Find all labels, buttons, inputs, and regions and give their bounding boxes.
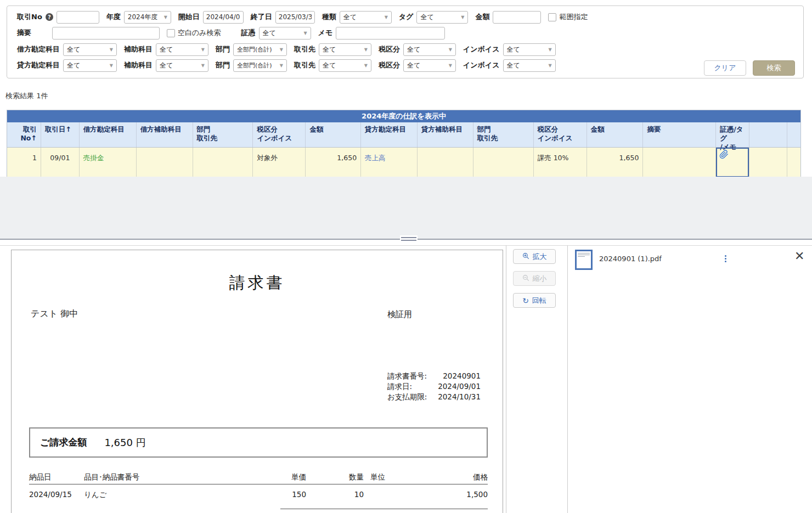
credit-sub-label: 補助科目: [124, 60, 153, 70]
search-form-row-credit: 貸方勘定科目 全て ▼ 補助科目 全て ▼ 部門 全部門(合計) ▼ 取引先 全…: [17, 59, 563, 72]
range-checkbox-label: 範囲指定: [559, 12, 588, 22]
col-header-evidence: 証憑/タグ /メモ: [716, 122, 749, 147]
credit-dept-select[interactable]: 全部門(合計) ▼: [233, 59, 287, 72]
invoice-preview[interactable]: 請求書 テスト 御中 検証用 請求書番号: 20240901 請求日: 2024…: [11, 250, 503, 513]
debit-invoice-select[interactable]: 全て ▼: [503, 43, 556, 56]
splitter-handle[interactable]: [400, 235, 418, 243]
debit-sub-group: 補助科目 全て ▼: [124, 43, 208, 56]
txn-no-input[interactable]: [57, 11, 99, 24]
rotate-icon: ↻: [522, 297, 529, 305]
invoice-issuer: 検証用: [387, 309, 412, 320]
col-header-debit-amount: 金額: [306, 122, 361, 147]
debit-account-select[interactable]: 全て ▼: [63, 43, 117, 56]
chevron-down-icon: ▼: [449, 47, 452, 52]
cell-credit-account: 売上高: [361, 148, 418, 177]
txn-no-label: 取引No: [17, 12, 42, 22]
cell-summary: [643, 148, 716, 177]
credit-sub-select[interactable]: 全て ▼: [156, 59, 208, 72]
help-icon[interactable]: ?: [46, 13, 53, 21]
credit-dept-label: 部門: [216, 60, 230, 70]
type-value: 全て: [343, 13, 357, 22]
debit-dept-select[interactable]: 全部門(合計) ▼: [233, 43, 287, 56]
chevron-down-icon: ▼: [449, 63, 452, 68]
credit-tax-select[interactable]: 全て ▼: [403, 59, 456, 72]
type-label: 種類: [322, 12, 336, 22]
evidence-group: 証憑 全て ▼: [241, 27, 311, 40]
col-header-credit-account: 貸方勘定科目: [361, 122, 418, 147]
range-checkbox[interactable]: [548, 13, 556, 21]
debit-partner-select[interactable]: 全て ▼: [319, 43, 371, 56]
rotate-label: 回転: [532, 296, 546, 306]
tag-value: 全て: [420, 13, 433, 22]
credit-dept-value: 全部門(合計): [237, 61, 272, 70]
chevron-down-icon: ▼: [164, 15, 167, 20]
item-header-qty: 数量: [306, 472, 364, 482]
debit-tax-select[interactable]: 全て ▼: [403, 43, 456, 56]
evidence-select[interactable]: 全て ▼: [259, 27, 311, 40]
content-gap: [0, 177, 812, 239]
invoice-number-row: 請求書番号: 20240901: [387, 371, 481, 381]
cell-debit-account: 売掛金: [80, 148, 137, 177]
search-button[interactable]: 検索: [753, 60, 795, 76]
zoom-in-icon: [522, 252, 529, 261]
debit-dept-label: 部門: [216, 44, 230, 54]
credit-partner-label: 取引先: [294, 60, 315, 70]
item-price: 1,500: [407, 490, 488, 500]
invoice-subtotal-divider: [280, 509, 488, 509]
summary-group: 摘要: [17, 27, 160, 40]
credit-sub-group: 補助科目 全て ▼: [124, 59, 208, 72]
col-header-credit-dept: 部門 取引先: [473, 122, 534, 147]
cell-debit-amount: 1,650: [306, 148, 361, 177]
tag-select[interactable]: 全て ▼: [416, 11, 468, 24]
file-thumbnail[interactable]: [575, 250, 593, 270]
col-header-date[interactable]: 取引日↑: [41, 122, 80, 147]
clear-button[interactable]: クリア: [704, 60, 746, 76]
result-count: 検索結果 1件: [5, 91, 48, 101]
end-date-group: 終了日: [251, 11, 315, 24]
chevron-down-icon: ▼: [303, 31, 307, 36]
zoom-in-button[interactable]: 拡大: [513, 249, 556, 264]
col-header-txn-no[interactable]: 取引No↑: [7, 122, 41, 147]
start-date-input[interactable]: [203, 11, 244, 24]
blank-only-checkbox[interactable]: [167, 29, 175, 37]
end-date-label: 終了日: [251, 12, 272, 22]
col-header-debit-dept: 部門 取引先: [193, 122, 253, 147]
debit-account-link[interactable]: 売掛金: [83, 154, 104, 162]
file-name[interactable]: 20240901 (1).pdf: [599, 255, 662, 263]
fiscal-year-label: 年度: [106, 12, 121, 22]
debit-invoice-value: 全て: [507, 45, 520, 54]
more-options-icon[interactable]: [723, 253, 728, 264]
debit-sub-select[interactable]: 全て ▼: [156, 43, 208, 56]
chevron-down-icon: ▼: [201, 47, 205, 52]
amount-input[interactable]: [493, 11, 541, 24]
invoice-due-label: お支払期限:: [387, 392, 427, 402]
cell-debit-dept: [193, 148, 253, 177]
chevron-down-icon: ▼: [548, 47, 551, 52]
memo-input[interactable]: [336, 27, 445, 40]
tag-group: タグ 全て ▼: [399, 11, 469, 24]
debit-partner-label: 取引先: [294, 44, 315, 54]
credit-invoice-select[interactable]: 全て ▼: [503, 59, 556, 72]
chevron-down-icon: ▼: [548, 63, 551, 68]
zoom-out-button[interactable]: 縮小: [513, 271, 556, 286]
range-group: 範囲指定: [548, 12, 588, 22]
close-icon[interactable]: ✕: [794, 250, 804, 262]
rotate-button[interactable]: ↻ 回転: [513, 293, 556, 308]
credit-account-select[interactable]: 全て ▼: [63, 59, 117, 72]
zoom-in-label: 拡大: [533, 252, 547, 262]
cell-evidence[interactable]: [716, 148, 749, 177]
chevron-down-icon: ▼: [201, 63, 205, 68]
col-header-debit-account: 借方勘定科目: [80, 122, 137, 147]
invoice-date-label: 請求日:: [387, 381, 412, 392]
debit-invoice-group: インボイス 全て ▼: [463, 43, 556, 56]
end-date-input[interactable]: [275, 11, 315, 24]
credit-partner-select[interactable]: 全て ▼: [319, 59, 371, 72]
summary-input[interactable]: [52, 27, 160, 40]
fiscal-year-select[interactable]: 2024年度 ▼: [124, 11, 171, 24]
col-header-summary: 摘要: [643, 122, 716, 147]
chevron-down-icon: ▼: [110, 63, 113, 68]
type-select[interactable]: 全て ▼: [340, 11, 392, 24]
item-header-name: 品目･納品書番号: [84, 472, 254, 482]
credit-account-group: 貸方勘定科目 全て ▼: [17, 59, 117, 72]
credit-account-link[interactable]: 売上高: [365, 154, 386, 162]
